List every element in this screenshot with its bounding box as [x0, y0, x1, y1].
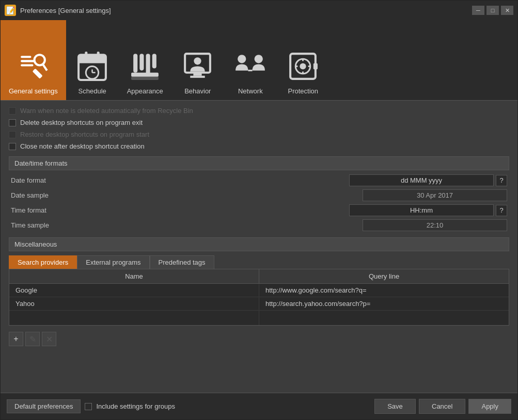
time-sample-label: Time sample [11, 221, 114, 229]
svg-rect-15 [146, 54, 150, 75]
svg-point-3 [34, 55, 44, 65]
include-settings-checkbox[interactable] [85, 403, 92, 410]
checkbox-restore-shortcuts-label: Restore desktop shortcuts on program sta… [20, 131, 149, 138]
date-sample-label: Date sample [11, 191, 114, 199]
checkbox-warn-recycle[interactable] [9, 107, 16, 115]
checkbox-delete-shortcuts-row: Delete desktop shortcuts on program exit [9, 119, 509, 126]
search-providers-table: Name Query line Google http://www.google… [9, 269, 509, 326]
edit-row-button[interactable]: ✎ [25, 332, 40, 346]
checkbox-warn-recycle-label: Warn when note is deleted automatically … [20, 107, 193, 115]
row-0-name: Google [9, 284, 259, 297]
svg-rect-12 [97, 52, 100, 58]
svg-rect-13 [133, 54, 137, 73]
date-sample-controls [363, 189, 507, 201]
include-settings-label: Include settings for groups [96, 402, 175, 410]
date-format-controls: ? [349, 174, 507, 186]
checkbox-delete-shortcuts[interactable] [9, 119, 16, 126]
checkbox-delete-shortcuts-label: Delete desktop shortcuts on program exit [20, 119, 143, 126]
table-row[interactable]: Yahoo http://search.yahoo.com/search?p= [9, 297, 509, 311]
toolbar: General settings Schedule [1, 20, 517, 101]
general-settings-icon [15, 48, 51, 84]
svg-rect-1 [21, 60, 35, 62]
svg-rect-17 [131, 72, 159, 76]
toolbar-label-behavior: Behavior [184, 87, 211, 95]
svg-rect-20 [194, 72, 202, 75]
toolbar-label-appearance: Appearance [127, 87, 163, 95]
minimize-button[interactable]: ─ [472, 6, 484, 15]
svg-rect-16 [152, 54, 156, 68]
svg-rect-7 [79, 55, 106, 63]
restore-button[interactable]: □ [486, 6, 499, 15]
date-format-input[interactable] [349, 174, 494, 186]
bottom-left-controls: Default preferences Include settings for… [7, 399, 370, 413]
svg-point-22 [194, 57, 201, 64]
toolbar-item-behavior[interactable]: Behavior [171, 20, 224, 100]
misc-tabs: Search providers External programs Prede… [9, 255, 509, 269]
svg-rect-14 [140, 54, 144, 71]
time-sample-input [363, 219, 507, 231]
bottom-bar: Default preferences Include settings for… [1, 393, 517, 419]
appearance-icon [127, 48, 163, 84]
add-row-button[interactable]: + [9, 332, 23, 346]
main-panel: Warn when note is deleted automatically … [1, 101, 517, 393]
datetime-section-header: Date/time formats [9, 156, 509, 170]
toolbar-item-appearance[interactable]: Appearance [119, 20, 171, 100]
svg-line-4 [43, 64, 47, 70]
checkbox-close-note-label: Close note after desktop shortcut creati… [20, 142, 145, 150]
empty-cell-2 [259, 311, 509, 325]
toolbar-item-general[interactable]: General settings [1, 20, 66, 100]
protection-icon [285, 48, 321, 84]
date-sample-row: Date sample [9, 189, 509, 201]
table-row-empty [9, 311, 509, 325]
svg-rect-5 [32, 68, 42, 78]
save-button[interactable]: Save [374, 399, 416, 414]
preferences-window: 📝 Preferences [General settings] ─ □ ✕ [0, 0, 518, 420]
row-0-query: http://www.google.com/search?q= [259, 284, 509, 297]
time-format-help-button[interactable]: ? [496, 205, 507, 216]
network-icon [232, 48, 269, 84]
toolbar-label-network: Network [238, 87, 263, 95]
checkbox-close-note[interactable] [9, 143, 16, 150]
bottom-right-controls: Save Cancel Apply [374, 399, 511, 414]
app-icon: 📝 [5, 5, 16, 16]
date-format-help-button[interactable]: ? [496, 175, 507, 186]
toolbar-label-schedule: Schedule [79, 87, 106, 95]
toolbar-item-network[interactable]: Network [224, 20, 277, 100]
svg-point-24 [255, 55, 263, 63]
checkbox-restore-shortcuts[interactable] [9, 131, 16, 138]
window-title: Preferences [General settings] [20, 7, 468, 14]
behavior-icon [180, 48, 216, 84]
svg-rect-2 [21, 64, 33, 66]
time-format-label: Time format [11, 206, 114, 214]
toolbar-item-protection[interactable]: Protection [277, 20, 329, 100]
svg-rect-21 [191, 75, 205, 77]
row-1-name: Yahoo [9, 297, 259, 310]
toolbar-item-schedule[interactable]: Schedule [66, 20, 119, 100]
time-sample-controls [363, 219, 507, 231]
table-row[interactable]: Google http://www.google.com/search?q= [9, 284, 509, 297]
date-format-label: Date format [11, 176, 114, 184]
svg-rect-18 [131, 76, 159, 79]
svg-rect-33 [313, 63, 318, 69]
toolbar-label-general: General settings [9, 87, 58, 95]
tab-search-providers[interactable]: Search providers [9, 255, 77, 269]
time-sample-row: Time sample [9, 219, 509, 231]
close-button[interactable]: ✕ [501, 6, 513, 15]
time-format-controls: ? [349, 204, 507, 216]
delete-row-button[interactable]: ✕ [42, 332, 56, 346]
svg-rect-0 [21, 56, 31, 58]
time-format-input[interactable] [349, 204, 494, 216]
default-preferences-button[interactable]: Default preferences [7, 399, 81, 413]
misc-section-header: Miscellaneous [9, 237, 509, 251]
cancel-button[interactable]: Cancel [419, 399, 465, 414]
svg-rect-11 [85, 52, 87, 58]
time-format-row: Time format ? [9, 204, 509, 216]
col-query-header: Query line [259, 269, 509, 283]
row-1-query: http://search.yahoo.com/search?p= [259, 297, 509, 310]
apply-button[interactable]: Apply [468, 399, 511, 414]
tab-external-programs[interactable]: External programs [77, 255, 149, 269]
tab-predefined-tags[interactable]: Predefined tags [150, 255, 214, 269]
content-area: Warn when note is deleted automatically … [1, 101, 517, 393]
checkbox-restore-shortcuts-row: Restore desktop shortcuts on program sta… [9, 131, 509, 138]
table-header: Name Query line [9, 269, 509, 284]
